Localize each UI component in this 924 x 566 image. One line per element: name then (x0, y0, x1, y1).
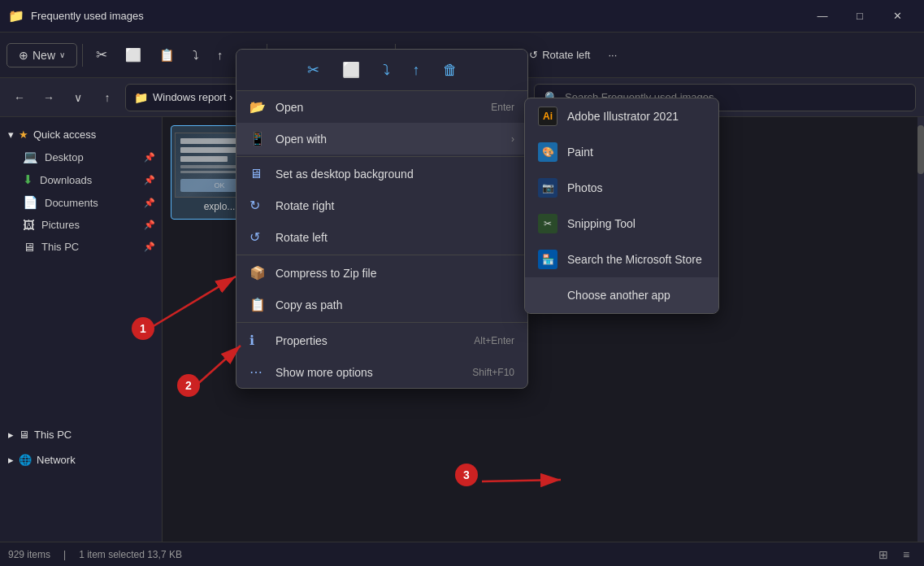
network-section: ▸ 🌐 Network (0, 449, 162, 471)
more-icon: ··· (608, 49, 617, 61)
submenu-item-store[interactable]: 🏪 Search the Microsoft Store (525, 242, 718, 277)
this-pc-label: This PC (34, 429, 72, 441)
new-label: New (33, 49, 55, 62)
documents-icon: 📄 (23, 195, 38, 210)
ctx-openwith-arrow: › (511, 133, 514, 145)
photos-icon: 📷 (538, 178, 557, 198)
context-menu: ✂ ⬜ ⤵ ↑ 🗑 📂 Open Enter 📱 Open with › 🖥 S… (236, 49, 528, 389)
ctx-open-with[interactable]: 📱 Open with › (236, 123, 527, 155)
more-button[interactable]: ··· (600, 44, 625, 66)
ctx-properties-label: Properties (275, 334, 328, 347)
ctx-cut-icon[interactable]: ✂ (304, 58, 323, 82)
ctx-open-label: Open (275, 101, 303, 114)
star-icon: ★ (19, 128, 28, 141)
expand-thispc-icon: ▸ (8, 429, 14, 441)
desktop-icon: 💻 (23, 150, 38, 164)
share-button[interactable]: ↑ (209, 43, 232, 67)
ctx-delete-icon[interactable]: 🗑 (440, 59, 461, 82)
pin-icon-pictures: 📌 (144, 220, 155, 230)
quick-access-section: ▾ ★ Quick access 💻 Desktop 📌 ⬇ Downloads… (0, 124, 162, 258)
ctx-show-more[interactable]: ⋯ Show more options Shift+F10 (236, 356, 527, 388)
desktop-label: Desktop (45, 151, 84, 163)
sidebar-item-desktop[interactable]: 💻 Desktop 📌 (0, 146, 162, 168)
minimize-button[interactable]: — (804, 0, 841, 33)
items-count: 929 items (8, 549, 50, 560)
scrollbar[interactable] (917, 117, 924, 542)
paint-icon: 🎨 (538, 142, 557, 162)
submenu-item-snipping[interactable]: ✂ Snipping Tool (525, 206, 718, 242)
ctx-copy-path[interactable]: 📋 Copy as path (236, 289, 527, 320)
new-button[interactable]: ⊕ New ∨ (7, 43, 77, 67)
cut-button[interactable]: ✂ (88, 41, 115, 68)
ctx-separator-2 (236, 255, 527, 255)
rename-button[interactable]: ⤵ (184, 43, 207, 67)
ctx-openwith-icon: 📱 (249, 131, 266, 146)
paste-button[interactable]: 📋 (151, 43, 183, 67)
expand-network-icon: ▸ (8, 454, 14, 466)
thumb-line (180, 147, 243, 153)
pin-icon: 📌 (144, 152, 155, 163)
ctx-separator-1 (236, 156, 527, 157)
ctx-copy-icon[interactable]: ⬜ (339, 58, 363, 82)
store-icon: 🏪 (538, 250, 557, 269)
ctx-rotate-left[interactable]: ↺ Rotate left (236, 221, 527, 253)
rotate-left-button[interactable]: ↺ Rotate left (521, 44, 598, 66)
submenu-item-photos[interactable]: 📷 Photos (525, 170, 718, 206)
ctx-rotateright-icon: ↻ (249, 198, 266, 213)
context-menu-toolbar: ✂ ⬜ ⤵ ↑ 🗑 (236, 50, 527, 91)
folder-icon: 📁 (8, 8, 24, 24)
sidebar-item-thispc-qa[interactable]: 🖥 This PC 📌 (0, 236, 162, 258)
this-pc-header[interactable]: ▸ 🖥 This PC (0, 424, 162, 446)
this-pc-section: ▸ 🖥 This PC (0, 424, 162, 446)
ctx-open[interactable]: 📂 Open Enter (236, 91, 527, 123)
network-label: Network (37, 454, 76, 466)
ctx-properties-icon: ℹ (249, 333, 266, 348)
thispc-folder-icon: 🖥 (19, 429, 29, 441)
ctx-rotateleft-icon: ↺ (249, 229, 266, 245)
maximize-button[interactable]: □ (841, 0, 878, 33)
ctx-rotate-right[interactable]: ↻ Rotate right (236, 189, 527, 221)
ctx-showmore-shortcut: Shift+F10 (472, 367, 514, 378)
submenu-item-paint[interactable]: 🎨 Paint (525, 134, 718, 170)
ctx-share-icon[interactable]: ↑ (410, 59, 423, 82)
title-bar: 📁 Frequently used images — □ ✕ (0, 0, 924, 33)
submenu: Ai Adobe Illustrator 2021 🎨 Paint 📷 Phot… (524, 98, 719, 314)
ctx-properties[interactable]: ℹ Properties Alt+Enter (236, 324, 527, 356)
ctx-compress[interactable]: 📦 Compress to Zip file (236, 257, 527, 289)
expand-icon: ▾ (8, 128, 14, 141)
selected-info: 1 item selected 13,7 KB (79, 549, 182, 560)
forward-button[interactable]: → (37, 86, 60, 109)
list-view-button[interactable]: ≡ (896, 545, 916, 564)
ctx-copypath-icon: 📋 (249, 297, 266, 312)
badge-3: 3 (455, 464, 478, 486)
ctx-open-shortcut: Enter (491, 102, 514, 113)
pictures-icon: 🖼 (23, 218, 35, 232)
title-left: 📁 Frequently used images (8, 8, 144, 24)
window-controls: — □ ✕ (804, 0, 916, 33)
scrollbar-thumb[interactable] (917, 125, 924, 174)
badge-2: 2 (177, 374, 200, 397)
grid-view-button[interactable]: ⊞ (874, 545, 893, 564)
thispc-qa-label: This PC (41, 241, 79, 253)
paste-icon: 📋 (159, 48, 175, 63)
up-button[interactable]: ↑ (96, 86, 119, 109)
rotate-icon: ↺ (529, 49, 538, 61)
quick-access-header[interactable]: ▾ ★ Quick access (0, 124, 162, 146)
status-bar: 929 items | 1 item selected 13,7 KB ⊞ ≡ (0, 542, 924, 566)
recent-locations-button[interactable]: ∨ (67, 86, 89, 109)
network-header[interactable]: ▸ 🌐 Network (0, 449, 162, 471)
pin-icon-thispc: 📌 (144, 242, 155, 252)
submenu-item-ai[interactable]: Ai Adobe Illustrator 2021 (525, 98, 718, 134)
close-button[interactable]: ✕ (878, 0, 916, 33)
sidebar-item-downloads[interactable]: ⬇ Downloads 📌 (0, 168, 162, 191)
separator-1 (82, 44, 83, 67)
sidebar-item-documents[interactable]: 📄 Documents 📌 (0, 191, 162, 214)
back-button[interactable]: ← (8, 86, 31, 109)
sidebar-item-pictures[interactable]: 🖼 Pictures 📌 (0, 214, 162, 236)
submenu-item-choose-app[interactable]: Choose another app (525, 277, 718, 313)
ctx-openwith-label: Open with (275, 133, 327, 146)
copy-button[interactable]: ⬜ (117, 42, 150, 67)
ctx-set-desktop-bg[interactable]: 🖥 Set as desktop background (236, 159, 527, 189)
ctx-paste-icon[interactable]: ⤵ (380, 59, 393, 82)
store-label: Search the Microsoft Store (567, 253, 702, 266)
